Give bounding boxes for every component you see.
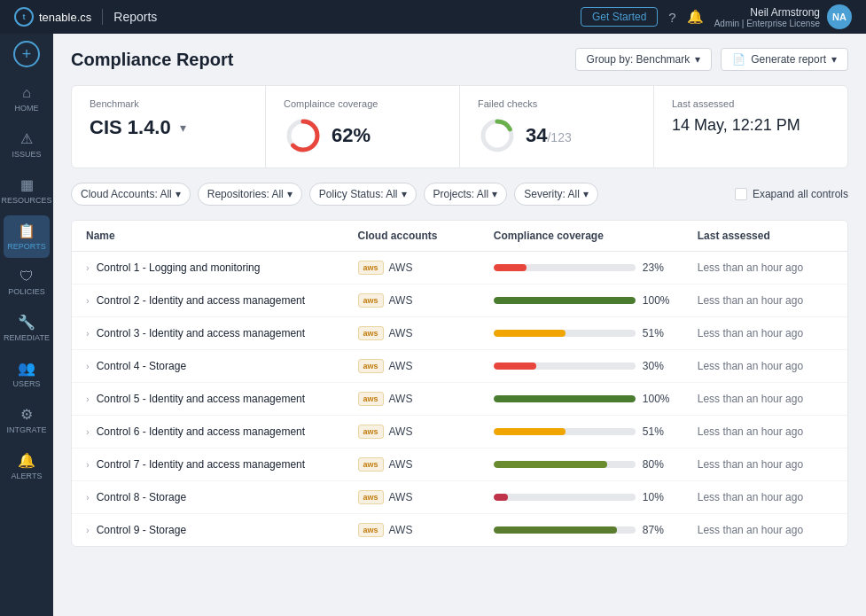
progress-bar-fill (494, 363, 536, 370)
last-assessed-label: Last assessed (672, 98, 830, 109)
coverage-pct: 87% (643, 524, 673, 536)
col-cloud: Cloud accounts (358, 230, 494, 242)
compliance-donut (284, 116, 323, 155)
benchmark-text: CIS 1.4.0 (90, 116, 171, 139)
progress-bar-bg (494, 395, 636, 402)
aws-badge: aws (358, 425, 384, 439)
last-assessed-cell: Less than an hour ago (698, 458, 833, 471)
help-icon[interactable]: ? (668, 10, 675, 25)
filter-severity-label: Severity: All (524, 188, 580, 200)
chevron-down-icon-3: ▾ (176, 188, 181, 200)
get-started-button[interactable]: Get Started (581, 7, 658, 27)
sidebar-add-button[interactable]: + (13, 41, 40, 67)
sidebar-item-alerts[interactable]: 🔔 ALERTS (4, 445, 50, 487)
chevron-right-icon[interactable]: › (86, 361, 90, 371)
chevron-down-icon-7: ▾ (583, 188, 589, 200)
failed-checks-card: Failed checks 34/123 (460, 86, 654, 168)
control-name: Control 6 - Identity and access manageme… (97, 425, 305, 438)
logo: t tenable.cs (14, 7, 91, 27)
sidebar-item-policies[interactable]: 🛡 POLICIES (4, 261, 50, 303)
aws-badge: aws (358, 261, 384, 275)
top-nav: t tenable.cs Reports Get Started ? 🔔 Nei… (0, 0, 866, 34)
expand-checkbox[interactable] (735, 188, 747, 200)
chevron-right-icon[interactable]: › (86, 295, 90, 306)
page-header: Compliance Report Group by: Benchmark ▾ … (71, 48, 848, 71)
sidebar-item-integrate[interactable]: ⚙ INTGRATE (4, 399, 50, 441)
document-icon: 📄 (732, 53, 745, 66)
remediate-icon: 🔧 (18, 314, 35, 331)
user-name: Neil Armstrong (714, 6, 820, 19)
cloud-name: AWS (389, 425, 413, 438)
last-assessed-cell: Less than an hour ago (698, 393, 833, 405)
progress-bar-fill (494, 297, 636, 304)
control-name: Control 8 - Storage (97, 491, 186, 503)
filter-policy-status[interactable]: Policy Status: All ▾ (309, 183, 417, 206)
chevron-down-icon-6: ▾ (492, 188, 497, 200)
progress-bar-fill (494, 461, 607, 468)
coverage-pct: 51% (643, 425, 673, 438)
chevron-right-icon[interactable]: › (86, 459, 90, 470)
aws-badge: aws (358, 490, 384, 504)
compliance-coverage-pct: 62% (332, 124, 371, 147)
last-assessed-cell: Less than an hour ago (698, 327, 833, 339)
cloud-cell: aws AWS (358, 359, 494, 373)
chevron-down-icon-5: ▾ (402, 188, 407, 200)
table-row: › Control 9 - Storage aws AWS 87% Less t… (72, 514, 847, 546)
group-by-button[interactable]: Group by: Benchmark ▾ (575, 48, 713, 71)
control-name: Control 4 - Storage (97, 360, 186, 372)
table-row: › Control 6 - Identity and access manage… (72, 416, 847, 448)
chevron-right-icon[interactable]: › (86, 426, 90, 437)
table-container: Name Cloud accounts Compliance coverage … (71, 220, 848, 547)
sidebar-item-users[interactable]: 👥 USERS (4, 353, 50, 395)
sidebar-item-remediate[interactable]: 🔧 REMEDIATE (4, 307, 50, 349)
coverage-cell: 87% (494, 524, 698, 536)
progress-bar-bg (494, 461, 636, 468)
last-assessed-cell: Less than an hour ago (698, 261, 833, 274)
coverage-cell: 80% (494, 458, 698, 471)
filter-cloud-accounts[interactable]: Cloud Accounts: All ▾ (71, 183, 191, 206)
chevron-right-icon[interactable]: › (86, 525, 90, 535)
coverage-pct: 30% (643, 360, 673, 372)
progress-bar-bg (494, 363, 636, 370)
control-name: Control 5 - Identity and access manageme… (97, 393, 305, 405)
sidebar-item-home[interactable]: ⌂ HOME (4, 78, 50, 120)
row-name-cell: › Control 4 - Storage (86, 360, 358, 372)
sidebar-item-reports[interactable]: 📋 REPORTS (4, 215, 50, 258)
issues-icon: ⚠ (20, 130, 33, 147)
last-assessed-cell: Less than an hour ago (698, 425, 833, 438)
chevron-right-icon[interactable]: › (86, 394, 90, 404)
aws-badge: aws (358, 457, 384, 472)
cloud-cell: aws AWS (358, 392, 494, 406)
metrics-row: Benchmark CIS 1.4.0 ▾ Complaince coverag… (71, 85, 848, 168)
cloud-name: AWS (389, 524, 413, 536)
filter-repositories[interactable]: Repositories: All ▾ (198, 183, 302, 206)
progress-bar-fill (494, 428, 566, 435)
last-assessed-cell: Less than an hour ago (698, 524, 833, 536)
benchmark-label: Benchmark (90, 98, 247, 109)
aws-badge: aws (358, 392, 384, 406)
failed-checks-donut-svg (478, 116, 517, 155)
filter-projects[interactable]: Projects: All ▾ (424, 183, 508, 206)
app-layout: + ⌂ HOME ⚠ ISSUES ▦ RESOURCES 📋 REPORTS … (0, 34, 866, 616)
sidebar-item-resources[interactable]: ▦ RESOURCES (4, 169, 50, 212)
coverage-cell: 23% (494, 261, 698, 274)
resources-icon: ▦ (20, 176, 34, 193)
table-row: › Control 7 - Identity and access manage… (72, 448, 847, 481)
page-title: Compliance Report (71, 50, 233, 70)
reports-icon: 📋 (18, 222, 35, 239)
expand-controls: Exapand all controls (735, 188, 848, 200)
failed-checks-label: Failed checks (478, 98, 636, 109)
bell-icon[interactable]: 🔔 (687, 9, 704, 25)
chevron-right-icon[interactable]: › (86, 262, 90, 273)
filter-severity[interactable]: Severity: All ▾ (514, 183, 598, 206)
benchmark-dropdown-icon[interactable]: ▾ (180, 121, 186, 135)
last-assessed-date: 14 May, 12:21 PM (672, 116, 830, 135)
cloud-cell: aws AWS (358, 293, 494, 308)
chevron-right-icon[interactable]: › (86, 328, 90, 339)
sidebar-item-issues[interactable]: ⚠ ISSUES (4, 123, 50, 166)
failed-checks-text: 34/123 (526, 124, 572, 147)
generate-report-button[interactable]: 📄 Generate report ▾ (721, 48, 848, 71)
chevron-right-icon[interactable]: › (86, 492, 90, 503)
col-coverage: Compliance coverage (494, 230, 698, 242)
filters-row: Cloud Accounts: All ▾ Repositories: All … (71, 183, 848, 206)
